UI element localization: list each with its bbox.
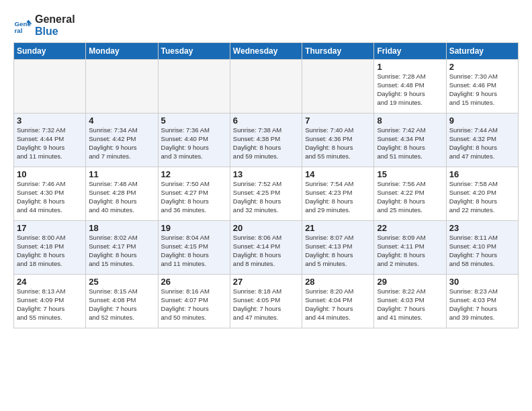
day-info: Sunrise: 7:56 AM Sunset: 4:22 PM Dayligh… bbox=[377, 180, 443, 214]
day-info: Sunrise: 8:23 AM Sunset: 4:03 PM Dayligh… bbox=[449, 287, 515, 322]
day-number: 23 bbox=[449, 223, 515, 233]
day-cell bbox=[230, 60, 302, 113]
day-number: 10 bbox=[17, 169, 83, 179]
logo: Gene ral General Blue bbox=[13, 13, 75, 37]
day-info: Sunrise: 8:16 AM Sunset: 4:07 PM Dayligh… bbox=[161, 287, 227, 322]
day-info: Sunrise: 7:52 AM Sunset: 4:25 PM Dayligh… bbox=[233, 180, 299, 214]
day-info: Sunrise: 7:50 AM Sunset: 4:27 PM Dayligh… bbox=[161, 180, 227, 214]
day-number: 17 bbox=[17, 223, 83, 233]
day-number: 4 bbox=[89, 116, 154, 126]
day-info: Sunrise: 7:34 AM Sunset: 4:42 PM Dayligh… bbox=[89, 126, 154, 161]
day-cell: 19Sunrise: 8:04 AM Sunset: 4:15 PM Dayli… bbox=[158, 221, 230, 275]
day-cell bbox=[86, 60, 158, 113]
day-cell: 12Sunrise: 7:50 AM Sunset: 4:27 PM Dayli… bbox=[158, 167, 230, 221]
day-cell: 2Sunrise: 7:30 AM Sunset: 4:46 PM Daylig… bbox=[446, 60, 518, 113]
day-number: 16 bbox=[449, 169, 515, 179]
logo-general: General bbox=[35, 13, 75, 25]
day-cell: 9Sunrise: 7:44 AM Sunset: 4:32 PM Daylig… bbox=[446, 113, 518, 167]
day-info: Sunrise: 7:28 AM Sunset: 4:48 PM Dayligh… bbox=[377, 73, 443, 107]
week-row-3: 10Sunrise: 7:46 AM Sunset: 4:30 PM Dayli… bbox=[14, 167, 519, 221]
day-number: 7 bbox=[305, 116, 371, 126]
weekday-sunday: Sunday bbox=[14, 43, 86, 60]
day-cell: 5Sunrise: 7:36 AM Sunset: 4:40 PM Daylig… bbox=[158, 113, 230, 167]
weekday-friday: Friday bbox=[374, 43, 446, 60]
day-number: 15 bbox=[377, 169, 443, 179]
day-cell: 21Sunrise: 8:07 AM Sunset: 4:13 PM Dayli… bbox=[302, 221, 374, 275]
day-info: Sunrise: 7:58 AM Sunset: 4:20 PM Dayligh… bbox=[449, 180, 515, 214]
day-cell: 8Sunrise: 7:42 AM Sunset: 4:34 PM Daylig… bbox=[374, 113, 446, 167]
day-info: Sunrise: 7:36 AM Sunset: 4:40 PM Dayligh… bbox=[161, 126, 227, 161]
day-cell bbox=[14, 60, 86, 113]
day-number: 25 bbox=[89, 277, 154, 287]
day-number: 9 bbox=[449, 116, 515, 126]
weekday-monday: Monday bbox=[86, 43, 158, 60]
day-info: Sunrise: 8:20 AM Sunset: 4:04 PM Dayligh… bbox=[305, 287, 371, 322]
day-cell: 16Sunrise: 7:58 AM Sunset: 4:20 PM Dayli… bbox=[446, 167, 518, 221]
day-cell: 13Sunrise: 7:52 AM Sunset: 4:25 PM Dayli… bbox=[230, 167, 302, 221]
day-number: 18 bbox=[89, 223, 154, 233]
week-row-1: 1Sunrise: 7:28 AM Sunset: 4:48 PM Daylig… bbox=[14, 60, 519, 113]
day-info: Sunrise: 7:42 AM Sunset: 4:34 PM Dayligh… bbox=[377, 126, 443, 161]
day-cell: 30Sunrise: 8:23 AM Sunset: 4:03 PM Dayli… bbox=[446, 275, 518, 328]
day-number: 11 bbox=[89, 169, 154, 179]
week-row-5: 24Sunrise: 8:13 AM Sunset: 4:09 PM Dayli… bbox=[14, 275, 519, 328]
day-info: Sunrise: 7:38 AM Sunset: 4:38 PM Dayligh… bbox=[233, 126, 299, 161]
day-number: 19 bbox=[161, 223, 227, 233]
day-cell: 6Sunrise: 7:38 AM Sunset: 4:38 PM Daylig… bbox=[230, 113, 302, 167]
weekday-wednesday: Wednesday bbox=[230, 43, 302, 60]
day-number: 1 bbox=[377, 62, 443, 72]
day-number: 14 bbox=[305, 169, 371, 179]
day-info: Sunrise: 8:02 AM Sunset: 4:17 PM Dayligh… bbox=[89, 234, 154, 268]
day-number: 3 bbox=[17, 116, 83, 126]
day-number: 2 bbox=[449, 62, 515, 72]
weekday-tuesday: Tuesday bbox=[158, 43, 230, 60]
day-cell: 4Sunrise: 7:34 AM Sunset: 4:42 PM Daylig… bbox=[86, 113, 158, 167]
day-info: Sunrise: 8:04 AM Sunset: 4:15 PM Dayligh… bbox=[161, 234, 227, 268]
calendar: SundayMondayTuesdayWednesdayThursdayFrid… bbox=[13, 42, 519, 328]
day-info: Sunrise: 8:06 AM Sunset: 4:14 PM Dayligh… bbox=[233, 234, 299, 268]
week-row-2: 3Sunrise: 7:32 AM Sunset: 4:44 PM Daylig… bbox=[14, 113, 519, 167]
day-number: 12 bbox=[161, 169, 227, 179]
day-number: 29 bbox=[377, 277, 443, 287]
day-info: Sunrise: 8:13 AM Sunset: 4:09 PM Dayligh… bbox=[17, 287, 83, 322]
weekday-header-row: SundayMondayTuesdayWednesdayThursdayFrid… bbox=[14, 43, 519, 60]
day-cell: 24Sunrise: 8:13 AM Sunset: 4:09 PM Dayli… bbox=[14, 275, 86, 328]
day-cell: 25Sunrise: 8:15 AM Sunset: 4:08 PM Dayli… bbox=[86, 275, 158, 328]
day-info: Sunrise: 7:54 AM Sunset: 4:23 PM Dayligh… bbox=[305, 180, 371, 214]
day-cell: 11Sunrise: 7:48 AM Sunset: 4:28 PM Dayli… bbox=[86, 167, 158, 221]
day-number: 20 bbox=[233, 223, 299, 233]
day-cell: 20Sunrise: 8:06 AM Sunset: 4:14 PM Dayli… bbox=[230, 221, 302, 275]
day-cell bbox=[158, 60, 230, 113]
day-info: Sunrise: 8:11 AM Sunset: 4:10 PM Dayligh… bbox=[449, 234, 515, 268]
day-cell: 18Sunrise: 8:02 AM Sunset: 4:17 PM Dayli… bbox=[86, 221, 158, 275]
day-cell: 7Sunrise: 7:40 AM Sunset: 4:36 PM Daylig… bbox=[302, 113, 374, 167]
logo-icon: Gene ral bbox=[13, 16, 32, 35]
day-info: Sunrise: 8:00 AM Sunset: 4:18 PM Dayligh… bbox=[17, 234, 83, 268]
day-info: Sunrise: 8:22 AM Sunset: 4:03 PM Dayligh… bbox=[377, 287, 443, 322]
day-info: Sunrise: 7:46 AM Sunset: 4:30 PM Dayligh… bbox=[17, 180, 83, 214]
day-cell: 26Sunrise: 8:16 AM Sunset: 4:07 PM Dayli… bbox=[158, 275, 230, 328]
day-info: Sunrise: 7:32 AM Sunset: 4:44 PM Dayligh… bbox=[17, 126, 83, 161]
day-cell: 10Sunrise: 7:46 AM Sunset: 4:30 PM Dayli… bbox=[14, 167, 86, 221]
day-number: 21 bbox=[305, 223, 371, 233]
day-number: 8 bbox=[377, 116, 443, 126]
svg-text:ral: ral bbox=[14, 27, 22, 34]
day-number: 27 bbox=[233, 277, 299, 287]
day-info: Sunrise: 7:44 AM Sunset: 4:32 PM Dayligh… bbox=[449, 126, 515, 161]
day-number: 13 bbox=[233, 169, 299, 179]
day-number: 30 bbox=[449, 277, 515, 287]
weekday-saturday: Saturday bbox=[446, 43, 518, 60]
day-info: Sunrise: 8:07 AM Sunset: 4:13 PM Dayligh… bbox=[305, 234, 371, 268]
header: Gene ral General Blue bbox=[13, 11, 519, 37]
day-cell: 1Sunrise: 7:28 AM Sunset: 4:48 PM Daylig… bbox=[374, 60, 446, 113]
day-cell: 23Sunrise: 8:11 AM Sunset: 4:10 PM Dayli… bbox=[446, 221, 518, 275]
day-cell: 28Sunrise: 8:20 AM Sunset: 4:04 PM Dayli… bbox=[302, 275, 374, 328]
day-info: Sunrise: 8:15 AM Sunset: 4:08 PM Dayligh… bbox=[89, 287, 154, 322]
day-number: 28 bbox=[305, 277, 371, 287]
day-cell: 3Sunrise: 7:32 AM Sunset: 4:44 PM Daylig… bbox=[14, 113, 86, 167]
logo-blue: Blue bbox=[35, 26, 75, 38]
day-number: 24 bbox=[17, 277, 83, 287]
day-cell: 27Sunrise: 8:18 AM Sunset: 4:05 PM Dayli… bbox=[230, 275, 302, 328]
day-cell: 29Sunrise: 8:22 AM Sunset: 4:03 PM Dayli… bbox=[374, 275, 446, 328]
day-number: 5 bbox=[161, 116, 227, 126]
